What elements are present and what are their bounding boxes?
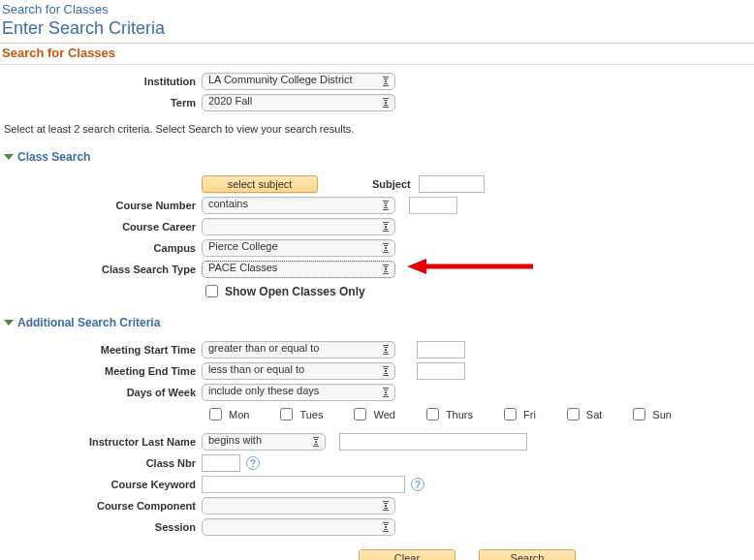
class-search-type-label: Class Search Type <box>2 264 202 275</box>
select-subject-button[interactable]: select subject <box>202 175 318 193</box>
meeting-start-op-select[interactable]: greater than or equal to <box>202 341 395 358</box>
institution-select[interactable]: LA Community College District <box>202 73 395 90</box>
day-mon-checkbox[interactable] <box>209 408 222 420</box>
course-number-input[interactable] <box>409 197 457 214</box>
additional-section-label: Additional Search Criteria <box>17 316 160 329</box>
course-career-select[interactable] <box>202 218 395 235</box>
course-component-label: Course Component <box>2 500 202 512</box>
day-fri-checkbox[interactable] <box>504 408 517 420</box>
help-icon[interactable]: ? <box>411 478 424 491</box>
term-label: Term <box>2 97 202 109</box>
day-sat-checkbox[interactable] <box>567 408 580 420</box>
meeting-start-input[interactable] <box>417 341 465 358</box>
day-tues-checkbox[interactable] <box>280 408 293 420</box>
class-nbr-input[interactable] <box>202 454 240 472</box>
session-label: Session <box>2 521 202 533</box>
show-open-only-checkbox[interactable] <box>205 285 218 297</box>
show-open-only-label: Show Open Classes Only <box>225 285 365 298</box>
session-select[interactable] <box>202 518 395 536</box>
subject-input[interactable] <box>419 175 485 193</box>
subject-label: Subject <box>372 178 419 190</box>
day-wed-label: Wed <box>373 409 394 420</box>
sub-title: Search for Classes <box>0 44 754 62</box>
day-sun-checkbox[interactable] <box>633 408 645 420</box>
search-button[interactable]: Search <box>479 549 576 560</box>
instructor-last-name-label: Instructor Last Name <box>2 436 202 448</box>
chevron-down-icon <box>4 154 14 160</box>
meeting-start-label: Meeting Start Time <box>2 344 202 356</box>
day-sun-label: Sun <box>652 409 672 420</box>
instructions-text: Select at least 2 search criteria. Selec… <box>0 115 754 144</box>
course-keyword-label: Course Keyword <box>2 479 202 490</box>
meeting-end-label: Meeting End Time <box>2 365 202 377</box>
additional-section-header[interactable]: Additional Search Criteria <box>0 310 754 335</box>
term-select[interactable]: 2020 Fall <box>202 94 395 111</box>
campus-select[interactable]: Pierce College <box>202 239 395 257</box>
day-fri-label: Fri <box>523 409 536 420</box>
course-number-label: Course Number <box>2 200 202 211</box>
help-icon[interactable]: ? <box>246 456 260 470</box>
instructor-last-name-op-select[interactable]: begins with <box>202 433 326 451</box>
class-search-type-select[interactable]: PACE Classes <box>202 261 395 278</box>
days-of-week-label: Days of Week <box>2 387 202 398</box>
class-search-section-label: Class Search <box>17 150 90 164</box>
course-keyword-input[interactable] <box>202 476 405 493</box>
institution-label: Institution <box>2 76 202 87</box>
days-of-week-select[interactable]: include only these days <box>202 384 395 401</box>
class-search-section-header[interactable]: Class Search <box>0 144 754 170</box>
day-thurs-checkbox[interactable] <box>426 408 439 420</box>
course-number-op-select[interactable]: contains <box>202 197 395 214</box>
chevron-down-icon <box>4 320 14 326</box>
course-component-select[interactable] <box>202 497 395 514</box>
day-thurs-label: Thurs <box>446 409 473 420</box>
day-sat-label: Sat <box>586 409 603 420</box>
day-mon-label: Mon <box>229 409 249 420</box>
day-wed-checkbox[interactable] <box>354 408 366 420</box>
breadcrumb-link[interactable]: Search for Classes <box>0 0 754 18</box>
clear-button[interactable]: Clear <box>359 549 456 560</box>
meeting-end-input[interactable] <box>417 362 465 380</box>
page-title: Enter Search Criteria <box>0 18 754 44</box>
days-checkbox-row: Mon Tues Wed Thurs Fri Sat Sun <box>0 405 754 423</box>
day-tues-label: Tues <box>299 409 323 420</box>
class-nbr-label: Class Nbr <box>2 457 202 469</box>
course-career-label: Course Career <box>2 221 202 233</box>
campus-label: Campus <box>2 242 202 254</box>
instructor-last-name-input[interactable] <box>339 433 527 451</box>
meeting-end-op-select[interactable]: less than or equal to <box>202 362 395 380</box>
